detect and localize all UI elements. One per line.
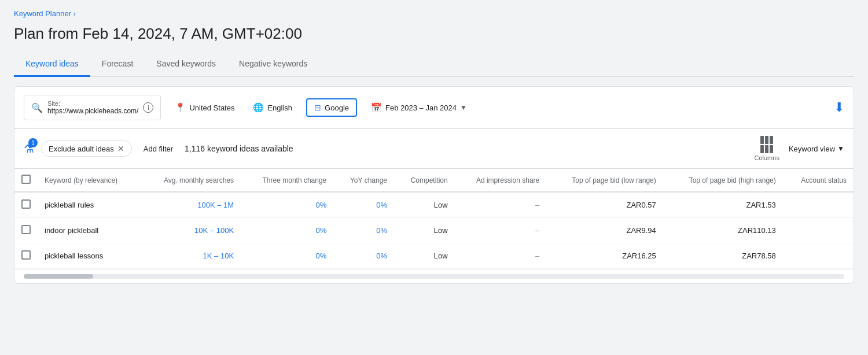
site-label: Site: bbox=[47, 100, 138, 107]
exclude-label: Exclude adult ideas bbox=[49, 145, 114, 153]
row-keyword[interactable]: pickleball lessons bbox=[38, 243, 141, 269]
row-account-status bbox=[783, 192, 854, 218]
tab-negative-keywords[interactable]: Negative keywords bbox=[227, 52, 319, 77]
chevron-down-icon: ▼ bbox=[460, 103, 467, 112]
col-header-three-month[interactable]: Three month change bbox=[241, 169, 333, 192]
row-account-status bbox=[783, 243, 854, 269]
keyword-view-label: Keyword view bbox=[789, 145, 835, 153]
row-checkbox[interactable] bbox=[14, 192, 38, 218]
row-top-page-low: ZAR9.94 bbox=[546, 218, 663, 243]
filter-bar-right: ⬇ bbox=[834, 100, 844, 115]
location-filter[interactable]: 📍 United States bbox=[170, 99, 239, 116]
keyword-count: 1,116 keyword ideas available bbox=[185, 144, 293, 153]
row-competition: Low bbox=[394, 192, 455, 218]
row-ad-impression: – bbox=[455, 192, 547, 218]
location-icon: 📍 bbox=[175, 102, 186, 113]
table-row: pickleball lessons 1K – 10K 0% 0% Low – … bbox=[14, 243, 854, 269]
col-header-competition[interactable]: Competition bbox=[394, 169, 455, 192]
row-yoy: 0% bbox=[333, 243, 394, 269]
chevron-down-icon: ▼ bbox=[837, 145, 844, 153]
table-header-row: Keyword (by relevance) Avg. monthly sear… bbox=[14, 169, 854, 192]
site-info-icon[interactable]: i bbox=[143, 102, 153, 113]
toolbar-right: Columns Keyword view ▼ bbox=[755, 136, 845, 161]
close-icon[interactable]: ✕ bbox=[117, 144, 124, 153]
row-competition: Low bbox=[394, 243, 455, 269]
exclude-adult-chip[interactable]: Exclude adult ideas ✕ bbox=[41, 140, 132, 157]
col-header-yoy[interactable]: YoY change bbox=[333, 169, 394, 192]
language-icon: 🌐 bbox=[253, 102, 264, 113]
date-range-label: Feb 2023 – Jan 2024 bbox=[385, 103, 457, 112]
download-icon[interactable]: ⬇ bbox=[834, 100, 844, 115]
row-three-month: 0% bbox=[241, 218, 333, 243]
select-all-checkbox[interactable] bbox=[21, 175, 31, 184]
search-icon: 🔍 bbox=[31, 102, 43, 113]
horizontal-scrollbar[interactable] bbox=[14, 269, 854, 283]
calendar-icon: 📅 bbox=[371, 102, 382, 113]
col-header-top-page-high[interactable]: Top of page bid (high range) bbox=[663, 169, 783, 192]
google-icon: ⊟ bbox=[314, 103, 321, 112]
tab-keyword-ideas[interactable]: Keyword ideas bbox=[14, 52, 90, 77]
columns-button[interactable]: Columns bbox=[755, 136, 779, 161]
filter-badge: 1 bbox=[28, 138, 38, 147]
site-url: https://www.pickleheads.com/ bbox=[47, 107, 138, 115]
row-checkbox[interactable] bbox=[14, 243, 38, 269]
col-header-top-page-low[interactable]: Top of page bid (low range) bbox=[546, 169, 663, 192]
row-avg-monthly: 100K – 1M bbox=[141, 192, 241, 218]
row-account-status bbox=[783, 218, 854, 243]
site-filter[interactable]: 🔍 Site: https://www.pickleheads.com/ i bbox=[24, 95, 161, 120]
location-label: United States bbox=[189, 103, 234, 112]
keyword-view-button[interactable]: Keyword view ▼ bbox=[789, 145, 844, 153]
table-row: pickleball rules 100K – 1M 0% 0% Low – Z… bbox=[14, 192, 854, 218]
row-top-page-low: ZAR0.57 bbox=[546, 192, 663, 218]
row-top-page-high: ZAR1.53 bbox=[663, 192, 783, 218]
search-engine-filter[interactable]: ⊟ Google bbox=[306, 98, 357, 117]
col-header-keyword[interactable]: Keyword (by relevance) bbox=[38, 169, 141, 192]
keywords-table: Keyword (by relevance) Avg. monthly sear… bbox=[14, 169, 854, 269]
col-header-account-status[interactable]: Account status bbox=[783, 169, 854, 192]
columns-icon bbox=[760, 136, 773, 153]
filter-funnel[interactable]: ⚗ 1 bbox=[24, 142, 34, 156]
col-header-select[interactable] bbox=[14, 169, 38, 192]
row-three-month: 0% bbox=[241, 192, 333, 218]
table-container: Keyword (by relevance) Avg. monthly sear… bbox=[14, 169, 854, 269]
add-filter-button[interactable]: Add filter bbox=[139, 142, 178, 156]
row-avg-monthly: 1K – 10K bbox=[141, 243, 241, 269]
table-row: indoor pickleball 10K – 100K 0% 0% Low –… bbox=[14, 218, 854, 243]
toolbar: ⚗ 1 Exclude adult ideas ✕ Add filter 1,1… bbox=[14, 129, 854, 169]
row-top-page-low: ZAR16.25 bbox=[546, 243, 663, 269]
main-card: 🔍 Site: https://www.pickleheads.com/ i 📍… bbox=[14, 86, 854, 284]
row-top-page-high: ZAR78.58 bbox=[663, 243, 783, 269]
search-engine-label: Google bbox=[325, 103, 349, 112]
row-ad-impression: – bbox=[455, 218, 547, 243]
row-top-page-high: ZAR110.13 bbox=[663, 218, 783, 243]
tabs-bar: Keyword ideas Forecast Saved keywords Ne… bbox=[14, 52, 854, 77]
tab-saved-keywords[interactable]: Saved keywords bbox=[145, 52, 227, 77]
row-competition: Low bbox=[394, 218, 455, 243]
site-info: Site: https://www.pickleheads.com/ bbox=[47, 100, 138, 115]
row-ad-impression: – bbox=[455, 243, 547, 269]
row-yoy: 0% bbox=[333, 218, 394, 243]
tab-forecast[interactable]: Forecast bbox=[90, 52, 145, 77]
filter-bar: 🔍 Site: https://www.pickleheads.com/ i 📍… bbox=[14, 87, 854, 129]
row-avg-monthly: 10K – 100K bbox=[141, 218, 241, 243]
row-keyword[interactable]: pickleball rules bbox=[38, 192, 141, 218]
row-yoy: 0% bbox=[333, 192, 394, 218]
page-title: Plan from Feb 14, 2024, 7 AM, GMT+02:00 bbox=[14, 25, 854, 43]
col-header-avg-monthly[interactable]: Avg. monthly searches bbox=[141, 169, 241, 192]
col-header-ad-impression[interactable]: Ad impression share bbox=[455, 169, 547, 192]
row-keyword[interactable]: indoor pickleball bbox=[38, 218, 141, 243]
columns-label: Columns bbox=[755, 154, 779, 161]
language-label: English bbox=[267, 103, 292, 112]
row-three-month: 0% bbox=[241, 243, 333, 269]
row-checkbox[interactable] bbox=[14, 218, 38, 243]
breadcrumb[interactable]: Keyword Planner › bbox=[14, 9, 854, 18]
language-filter[interactable]: 🌐 English bbox=[248, 99, 297, 116]
date-range-filter[interactable]: 📅 Feb 2023 – Jan 2024 ▼ bbox=[366, 99, 472, 116]
